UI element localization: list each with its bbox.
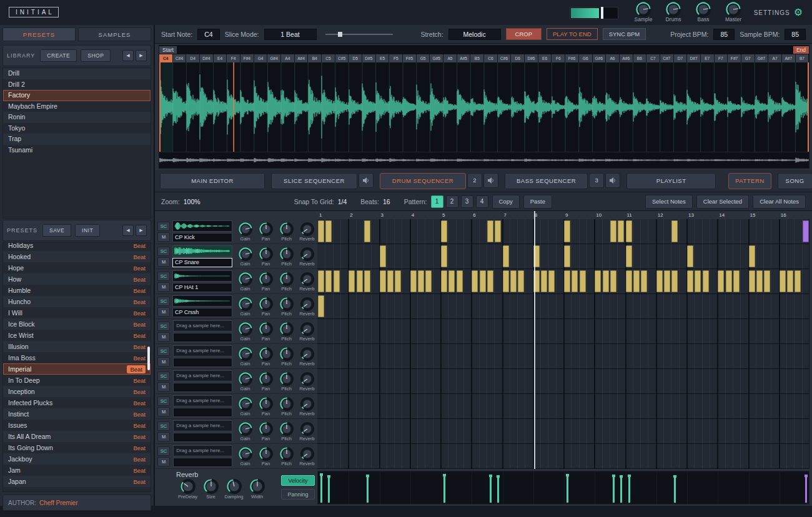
gain-knob[interactable]	[238, 421, 253, 436]
panning-lane-button[interactable]: Panning	[281, 489, 315, 500]
width-knob[interactable]	[249, 478, 265, 495]
note-cell-F#7[interactable]: F#7	[728, 54, 741, 62]
note-block[interactable]	[503, 270, 509, 292]
predelay-knob[interactable]	[180, 478, 196, 495]
solo-button[interactable]: SC	[157, 222, 170, 231]
library-item[interactable]: Trap	[3, 134, 151, 145]
main-waveform[interactable]	[159, 62, 809, 152]
init-button[interactable]: INIT	[75, 224, 100, 237]
preset-item[interactable]: HunchoBeat	[3, 296, 151, 307]
play-to-end-button[interactable]: PLAY TO END	[547, 28, 598, 40]
pan-knob[interactable]	[259, 247, 274, 262]
grid-row[interactable]	[317, 219, 810, 244]
bass-seq-number[interactable]: 3	[589, 173, 604, 188]
note-block[interactable]	[457, 270, 463, 292]
grid-row[interactable]	[317, 319, 810, 344]
tab-drum-sequencer[interactable]: DRUM SEQUENCER	[380, 173, 466, 189]
library-next-icon[interactable]: ▶	[136, 50, 147, 61]
note-cell-D#7[interactable]: D#7	[687, 54, 701, 62]
note-block[interactable]	[510, 270, 517, 292]
note-block[interactable]	[564, 245, 570, 267]
start-note-value[interactable]: C4	[197, 29, 219, 40]
sample-drop-zone[interactable]: Drag a sample here...	[173, 345, 232, 357]
slice-size-slider[interactable]	[325, 34, 393, 35]
sample-drop-zone[interactable]: Drag a sample here...	[173, 370, 232, 382]
reverb-knob[interactable]	[300, 247, 315, 262]
note-block[interactable]	[695, 270, 701, 292]
snap-value[interactable]: 1/4	[338, 198, 347, 205]
note-cell-G5[interactable]: G5	[417, 54, 430, 62]
note-cell-C#5[interactable]: C#5	[335, 54, 349, 62]
preset-item[interactable]: JamBeat	[3, 465, 151, 476]
grid-background[interactable]	[317, 219, 810, 469]
preset-item[interactable]: JapanBeat	[3, 476, 151, 487]
solo-button[interactable]: SC	[157, 347, 170, 356]
note-block[interactable]	[787, 270, 793, 292]
mute-button[interactable]: M	[157, 282, 170, 292]
pitch-knob[interactable]	[279, 372, 294, 387]
note-cell-E4[interactable]: E4	[214, 54, 227, 62]
note-block[interactable]	[480, 270, 486, 292]
gain-knob[interactable]	[238, 322, 253, 337]
shop-button[interactable]: SHOP	[81, 49, 111, 62]
gain-knob[interactable]	[238, 446, 253, 461]
sample-name[interactable]: CP Kick	[172, 233, 232, 242]
note-block[interactable]	[703, 270, 709, 292]
note-block[interactable]	[349, 270, 355, 292]
drum-seq-speaker-icon[interactable]	[483, 173, 498, 188]
note-cell-C#7[interactable]: C#7	[660, 54, 674, 62]
tab-slice-sequencer[interactable]: SLICE SEQUENCER	[271, 173, 357, 189]
note-block[interactable]	[364, 270, 370, 292]
solo-button[interactable]: SC	[157, 297, 170, 306]
note-block[interactable]	[641, 270, 647, 292]
note-block[interactable]	[518, 270, 524, 292]
library-item[interactable]: Maybach Empire	[3, 101, 151, 112]
note-cell-C5[interactable]: C5	[322, 54, 335, 62]
slice-mode-value[interactable]: 1 Beat	[264, 29, 317, 40]
preset-item[interactable]: In To DeepBeat	[3, 375, 151, 386]
note-block[interactable]	[626, 270, 632, 292]
knob-sample[interactable]	[635, 1, 651, 17]
gain-knob[interactable]	[238, 247, 253, 262]
tab-bass-sequencer[interactable]: BASS SEQUENCER	[505, 173, 588, 189]
gain-knob[interactable]	[238, 222, 253, 237]
crop-button[interactable]: CROP	[506, 28, 542, 40]
sample-name[interactable]	[173, 458, 232, 467]
gain-knob[interactable]	[238, 297, 253, 312]
solo-button[interactable]: SC	[157, 272, 170, 281]
note-cell-F7[interactable]: F7	[715, 54, 728, 62]
zoom-value[interactable]: 100%	[184, 198, 201, 205]
note-cell-G#7[interactable]: G#7	[755, 54, 769, 62]
note-block[interactable]	[380, 245, 386, 267]
note-block[interactable]	[318, 220, 324, 242]
select-notes-button[interactable]: Select Notes	[645, 195, 693, 209]
clear-selected-button[interactable]: Clear Selected	[696, 195, 749, 209]
pitch-knob[interactable]	[279, 222, 294, 237]
meter-handle[interactable]	[601, 7, 603, 19]
drum-seq-number[interactable]: 2	[467, 173, 482, 188]
tab-presets[interactable]: PRESETS	[2, 27, 76, 41]
clear-all-notes-button[interactable]: Clear All Notes	[753, 195, 806, 209]
preset-item[interactable]: InceptionBeat	[3, 386, 151, 397]
start-marker[interactable]: Start	[159, 46, 177, 54]
knob-drums[interactable]	[665, 1, 681, 17]
note-block[interactable]	[441, 220, 447, 242]
pitch-knob[interactable]	[279, 322, 294, 337]
note-cell-A#7[interactable]: A#7	[782, 54, 796, 62]
note-block[interactable]	[749, 245, 755, 267]
library-item[interactable]: Ronin	[3, 112, 151, 123]
reverb-knob[interactable]	[300, 272, 315, 287]
tab-samples[interactable]: SAMPLES	[78, 27, 151, 41]
reverb-knob[interactable]	[300, 297, 315, 312]
gain-knob[interactable]	[238, 347, 253, 362]
waveform-panel[interactable]: Start End C4C#4D4D#4E4F4F#4G4G#4A4A#4B4C…	[159, 45, 810, 169]
mute-button[interactable]: M	[157, 257, 170, 267]
solo-button[interactable]: SC	[157, 322, 170, 331]
slice-seq-speaker-icon[interactable]	[359, 173, 374, 188]
note-block[interactable]	[334, 270, 340, 292]
note-grid[interactable]: 12345678910111213141516	[317, 211, 810, 469]
mute-button[interactable]: M	[157, 232, 170, 242]
note-block[interactable]	[564, 270, 570, 292]
preset-scrollbar[interactable]	[147, 347, 150, 370]
reverb-knob[interactable]	[300, 421, 315, 436]
